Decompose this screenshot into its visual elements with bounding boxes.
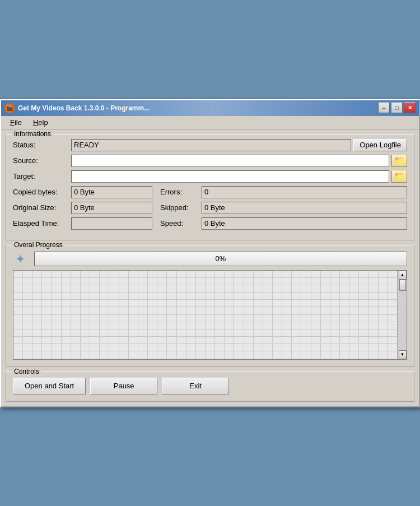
grid-cell bbox=[71, 285, 81, 293]
grid-cell bbox=[359, 315, 368, 322]
grid-cell bbox=[90, 337, 100, 344]
grid-cell bbox=[138, 307, 148, 314]
grid-cell bbox=[369, 293, 379, 300]
grid-cell bbox=[100, 351, 109, 359]
grid-cell bbox=[81, 300, 90, 307]
target-input[interactable] bbox=[71, 170, 389, 183]
title-bar: 🎬 Get My Videos Back 1.3.0.0 - Programm.… bbox=[1, 100, 419, 116]
open-logfile-button[interactable]: Open Logfile bbox=[353, 139, 407, 151]
grid-cell bbox=[129, 278, 138, 285]
grid-cell bbox=[32, 351, 42, 359]
grid-cell bbox=[32, 322, 42, 329]
grid-cell bbox=[129, 344, 138, 351]
scroll-up-button[interactable]: ▲ bbox=[399, 271, 407, 280]
grid-cell bbox=[177, 322, 186, 329]
grid-cell bbox=[81, 337, 90, 344]
grid-cell bbox=[379, 293, 388, 300]
grid-cell bbox=[292, 307, 301, 314]
grid-cell bbox=[109, 271, 119, 278]
app-icon: 🎬 bbox=[4, 103, 15, 113]
grid-cell bbox=[148, 271, 157, 278]
grid-cell bbox=[369, 278, 379, 285]
grid-cell bbox=[225, 337, 234, 344]
close-button[interactable]: ✕ bbox=[404, 103, 416, 113]
grid-cell bbox=[62, 329, 71, 337]
grid-cell bbox=[23, 329, 32, 337]
original-size-label: Original Size: bbox=[13, 203, 69, 212]
source-folder-button[interactable]: 📁 bbox=[391, 155, 407, 167]
grid-cell bbox=[301, 337, 311, 344]
grid-cell bbox=[62, 322, 71, 329]
skipped-display: 0 Byte bbox=[202, 202, 407, 214]
skipped-label: Skipped: bbox=[160, 203, 199, 212]
grid-cell bbox=[330, 271, 340, 278]
grid-cell bbox=[359, 271, 368, 278]
grid-cell bbox=[23, 322, 32, 329]
grid-cell bbox=[167, 307, 176, 314]
grid-cell bbox=[196, 278, 206, 285]
grid-cell bbox=[138, 329, 148, 337]
grid-cell bbox=[90, 315, 100, 322]
exit-button[interactable]: Exit bbox=[162, 378, 229, 394]
grid-cell bbox=[13, 322, 23, 329]
grid-cell bbox=[340, 271, 349, 278]
grid-cell bbox=[301, 285, 311, 293]
maximize-button[interactable]: □ bbox=[391, 103, 403, 113]
grid-cell bbox=[62, 285, 71, 293]
open-start-button[interactable]: Open and Start bbox=[13, 378, 86, 394]
grid-cell bbox=[263, 322, 273, 329]
grid-cell bbox=[379, 329, 388, 337]
grid-cell bbox=[52, 315, 62, 322]
grid-cell bbox=[292, 293, 301, 300]
menu-file[interactable]: File bbox=[6, 117, 26, 128]
grid-cell bbox=[340, 315, 349, 322]
grid-cell bbox=[273, 271, 282, 278]
grid-cell bbox=[148, 300, 157, 307]
grid-cell bbox=[138, 344, 148, 351]
grid-cell bbox=[196, 285, 206, 293]
menu-help[interactable]: Help bbox=[29, 117, 53, 128]
grid-cell bbox=[206, 337, 215, 344]
original-size-display: 0 Byte bbox=[71, 202, 152, 214]
grid-cell bbox=[167, 322, 176, 329]
grid-cell bbox=[90, 307, 100, 314]
grid-cell bbox=[109, 329, 119, 337]
grid-cell bbox=[71, 351, 81, 359]
scroll-track[interactable] bbox=[399, 280, 407, 350]
grid-cell bbox=[100, 300, 109, 307]
grid-cell bbox=[119, 271, 129, 278]
grid-cell bbox=[32, 307, 42, 314]
grid-cell bbox=[177, 315, 186, 322]
grid-cell bbox=[13, 344, 23, 351]
informations-group-label: Informations bbox=[12, 130, 53, 138]
grid-cell bbox=[23, 307, 32, 314]
grid-cell bbox=[234, 322, 244, 329]
grid-cell bbox=[42, 322, 52, 329]
grid-cell bbox=[330, 344, 340, 351]
grid-cell bbox=[167, 344, 176, 351]
grid-cell bbox=[177, 337, 186, 344]
scroll-down-button[interactable]: ▼ bbox=[399, 350, 407, 359]
grid-cell bbox=[13, 315, 23, 322]
grid-cell bbox=[186, 278, 196, 285]
target-folder-button[interactable]: 📁 bbox=[391, 170, 407, 183]
grid-cell bbox=[129, 329, 138, 337]
grid-cell bbox=[32, 300, 42, 307]
grid-cell bbox=[282, 337, 292, 344]
vertical-scrollbar[interactable]: ▲ ▼ bbox=[398, 270, 407, 360]
grid-cell bbox=[273, 351, 282, 359]
grid-cell bbox=[13, 293, 23, 300]
grid-cell bbox=[109, 351, 119, 359]
source-input[interactable] bbox=[71, 155, 389, 167]
grid-cell bbox=[23, 315, 32, 322]
grid-cell bbox=[301, 271, 311, 278]
grid-cell bbox=[349, 322, 359, 329]
grid-cell bbox=[42, 300, 52, 307]
grid-cell bbox=[119, 278, 129, 285]
grid-cell bbox=[119, 307, 129, 314]
minimize-button[interactable]: – bbox=[378, 103, 390, 113]
scroll-thumb[interactable] bbox=[399, 280, 406, 291]
grid-cell bbox=[32, 293, 42, 300]
pause-button[interactable]: Pause bbox=[90, 378, 157, 394]
grid-cell bbox=[109, 322, 119, 329]
